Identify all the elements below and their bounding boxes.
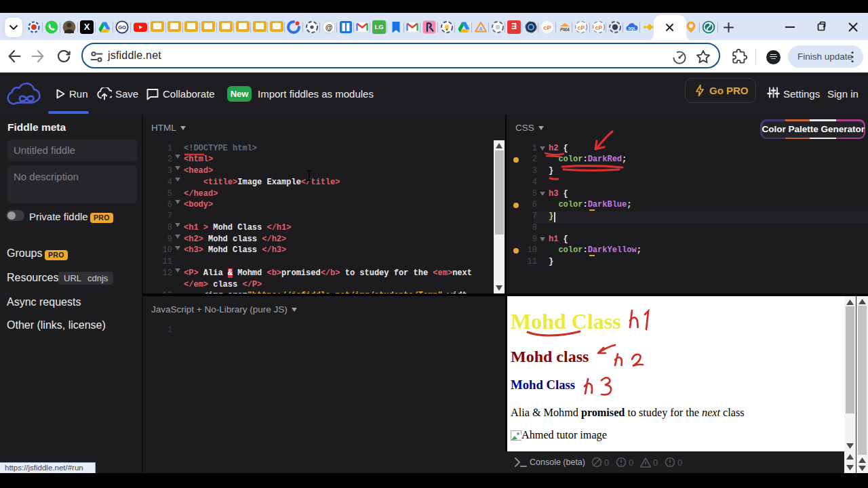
- svg-text:@: @: [326, 23, 333, 31]
- svg-text:0: 0: [629, 458, 633, 468]
- svg-text:0: 0: [604, 458, 609, 468]
- svg-text:cP: cP: [543, 24, 551, 31]
- svg-text:SQL: SQL: [628, 26, 636, 30]
- svg-text:PMA: PMA: [560, 27, 570, 32]
- svg-text:cP: cP: [578, 24, 585, 31]
- svg-text:cP: cP: [595, 24, 603, 31]
- svg-text:0: 0: [677, 458, 682, 468]
- svg-text:GO: GO: [118, 24, 126, 30]
- svg-text:A: A: [479, 26, 483, 31]
- svg-text:0: 0: [653, 458, 658, 468]
